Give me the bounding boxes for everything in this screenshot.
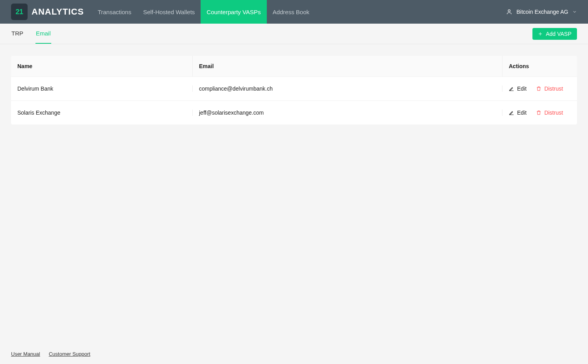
user-manual-link[interactable]: User Manual — [11, 351, 40, 357]
distrust-label: Distrust — [544, 85, 563, 92]
distrust-button[interactable]: Distrust — [536, 110, 563, 116]
col-header-name: Name — [11, 56, 192, 76]
logo[interactable]: 21 ANALYTICS — [11, 4, 84, 20]
edit-label: Edit — [517, 110, 527, 116]
col-header-email: Email — [192, 56, 502, 76]
cell-actions: Edit Distrust — [502, 85, 577, 92]
nav-self-hosted-wallets[interactable]: Self-Hosted Wallets — [137, 0, 201, 24]
logo-text: ANALYTICS — [32, 7, 84, 17]
edit-button[interactable]: Edit — [509, 110, 527, 116]
add-vasp-label: Add VASP — [546, 31, 571, 37]
edit-button[interactable]: Edit — [509, 85, 527, 92]
nav-transactions[interactable]: Transactions — [92, 0, 137, 24]
distrust-label: Distrust — [544, 110, 563, 116]
col-header-actions: Actions — [502, 56, 577, 76]
cell-email: compliance@delvirumbank.ch — [192, 85, 502, 92]
top-header: 21 ANALYTICS Transactions Self-Hosted Wa… — [0, 0, 588, 24]
add-vasp-button[interactable]: Add VASP — [532, 28, 577, 40]
tab-email[interactable]: Email — [35, 24, 51, 44]
table-row: Solaris Exchange jeff@solarisexchange.co… — [11, 100, 577, 124]
user-name: Bitcoin Exchange AG — [516, 9, 568, 15]
edit-icon — [509, 86, 514, 91]
footer: User Manual Customer Support — [11, 351, 90, 357]
nav-counterparty-vasps[interactable]: Counterparty VASPs — [201, 0, 266, 24]
vasp-table: Name Email Actions Delvirum Bank complia… — [11, 56, 577, 124]
svg-point-0 — [508, 10, 510, 12]
plus-icon — [538, 32, 543, 36]
distrust-button[interactable]: Distrust — [536, 85, 563, 92]
content-area: Name Email Actions Delvirum Bank complia… — [0, 44, 588, 136]
tabs: TRP Email — [11, 24, 51, 44]
tab-trp[interactable]: TRP — [11, 24, 24, 44]
sub-header: TRP Email Add VASP — [0, 24, 588, 44]
customer-support-link[interactable]: Customer Support — [49, 351, 91, 357]
cell-name: Delvirum Bank — [11, 85, 192, 92]
edit-icon — [509, 110, 514, 115]
user-menu[interactable]: Bitcoin Exchange AG — [506, 9, 577, 15]
cell-name: Solaris Exchange — [11, 110, 192, 116]
table-header: Name Email Actions — [11, 56, 577, 76]
edit-label: Edit — [517, 85, 527, 92]
nav-address-book[interactable]: Address Book — [267, 0, 315, 24]
cell-actions: Edit Distrust — [502, 110, 577, 116]
logo-badge: 21 — [11, 4, 28, 20]
user-icon — [506, 9, 512, 15]
trash-icon — [536, 110, 541, 115]
table-row: Delvirum Bank compliance@delvirumbank.ch… — [11, 76, 577, 100]
main-nav: Transactions Self-Hosted Wallets Counter… — [92, 0, 315, 24]
trash-icon — [536, 86, 541, 91]
cell-email: jeff@solarisexchange.com — [192, 110, 502, 116]
chevron-down-icon — [572, 9, 577, 14]
